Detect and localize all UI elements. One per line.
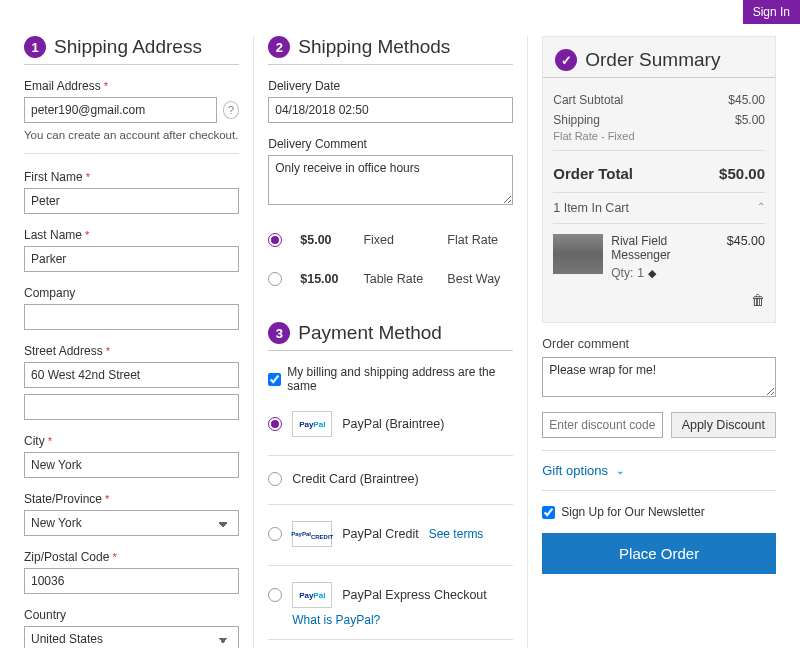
order-total-value: $50.00 [719, 165, 765, 182]
paypal-logo-icon: PayPal [292, 411, 332, 437]
ship-option-bestway[interactable]: $15.00 Table Rate Best Way [268, 261, 513, 296]
street2-field[interactable] [24, 394, 239, 420]
email-label: Email Address [24, 79, 239, 93]
trash-icon[interactable]: 🗑 [751, 292, 765, 308]
pay-radio-pp-credit[interactable] [268, 527, 282, 541]
street-label: Street Address [24, 344, 239, 358]
pay-option-cc-bt[interactable]: Credit Card (Braintree) [268, 466, 513, 492]
city-field[interactable] [24, 452, 239, 478]
newsletter-label: Sign Up for Our Newsletter [561, 505, 704, 519]
email-help-icon[interactable]: ? [223, 101, 239, 119]
see-terms-link[interactable]: See terms [429, 527, 484, 541]
order-comment-field[interactable] [542, 357, 776, 397]
sign-in-button[interactable]: Sign In [743, 0, 800, 24]
delivery-comment-label: Delivery Comment [268, 137, 513, 151]
apply-discount-button[interactable]: Apply Discount [671, 412, 776, 438]
gift-options-toggle[interactable]: Gift options ⌄ [542, 450, 776, 491]
country-select[interactable]: United States [24, 626, 239, 648]
zip-field[interactable] [24, 568, 239, 594]
subtotal-label: Cart Subtotal [553, 93, 623, 107]
ship-radio-bestway[interactable] [268, 272, 282, 286]
qty-stepper-icon[interactable]: ◆ [648, 267, 656, 280]
pay-radio-cc-bt[interactable] [268, 472, 282, 486]
street1-field[interactable] [24, 362, 239, 388]
shipping-method-label: Flat Rate - Fixed [553, 130, 765, 142]
newsletter-checkbox[interactable] [542, 506, 555, 519]
cart-toggle[interactable]: 1 Item In Cart ⌃ [553, 192, 765, 224]
discount-code-field[interactable] [542, 412, 662, 438]
email-field[interactable] [24, 97, 217, 123]
pay-option-paypal-bt[interactable]: PayPal PayPal (Braintree) [268, 405, 513, 443]
email-hint: You can create an account after checkout… [24, 129, 239, 141]
summary-check-icon [555, 49, 577, 71]
cart-item-name: Rival Field Messenger [611, 234, 719, 262]
company-field[interactable] [24, 304, 239, 330]
chevron-up-icon: ⌃ [757, 201, 765, 215]
place-order-button[interactable]: Place Order [542, 533, 776, 574]
country-label: Country [24, 608, 239, 622]
cart-item-thumbnail [553, 234, 603, 274]
step-1-badge: 1 [24, 36, 46, 58]
city-label: City [24, 434, 239, 448]
order-summary-title: Order Summary [585, 49, 720, 71]
same-address-checkbox[interactable] [268, 373, 281, 386]
company-label: Company [24, 286, 239, 300]
state-label: State/Province [24, 492, 239, 506]
ship-option-flatrate[interactable]: $5.00 Fixed Flat Rate [268, 222, 513, 257]
zip-label: Zip/Postal Code [24, 550, 239, 564]
pay-radio-pp-express[interactable] [268, 588, 282, 602]
shipping-value: $5.00 [735, 113, 765, 127]
pay-option-pp-express[interactable]: PayPal PayPal Express Checkout [268, 576, 513, 614]
pay-option-pp-credit[interactable]: PayPalCREDIT PayPal Credit See terms [268, 515, 513, 553]
cart-item: Rival Field Messenger Qty: 1 ◆ $45.00 [553, 224, 765, 290]
what-is-paypal-link[interactable]: What is PayPal? [292, 613, 380, 627]
first-name-label: First Name [24, 170, 239, 184]
chevron-down-icon: ⌄ [616, 465, 624, 476]
state-select[interactable]: New York [24, 510, 239, 536]
step-2-badge: 2 [268, 36, 290, 58]
shipping-address-title: Shipping Address [54, 36, 202, 58]
first-name-field[interactable] [24, 188, 239, 214]
ship-radio-flatrate[interactable] [268, 233, 282, 247]
payment-method-title: Payment Method [298, 322, 442, 344]
subtotal-value: $45.00 [728, 93, 765, 107]
pay-radio-paypal-bt[interactable] [268, 417, 282, 431]
last-name-field[interactable] [24, 246, 239, 272]
shipping-label: Shipping [553, 113, 600, 127]
shipping-methods-title: Shipping Methods [298, 36, 450, 58]
last-name-label: Last Name [24, 228, 239, 242]
paypal-credit-logo-icon: PayPalCREDIT [292, 521, 332, 547]
delivery-comment-field[interactable] [268, 155, 513, 205]
delivery-date-field[interactable] [268, 97, 513, 123]
delivery-date-label: Delivery Date [268, 79, 513, 93]
order-total-label: Order Total [553, 165, 633, 182]
same-address-label: My billing and shipping address are the … [287, 365, 513, 393]
step-3-badge: 3 [268, 322, 290, 344]
order-comment-label: Order comment [542, 337, 776, 351]
cart-item-price: $45.00 [727, 234, 765, 280]
paypal-express-logo-icon: PayPal [292, 582, 332, 608]
order-summary-panel: Order Summary Cart Subtotal $45.00 Shipp… [542, 36, 776, 323]
